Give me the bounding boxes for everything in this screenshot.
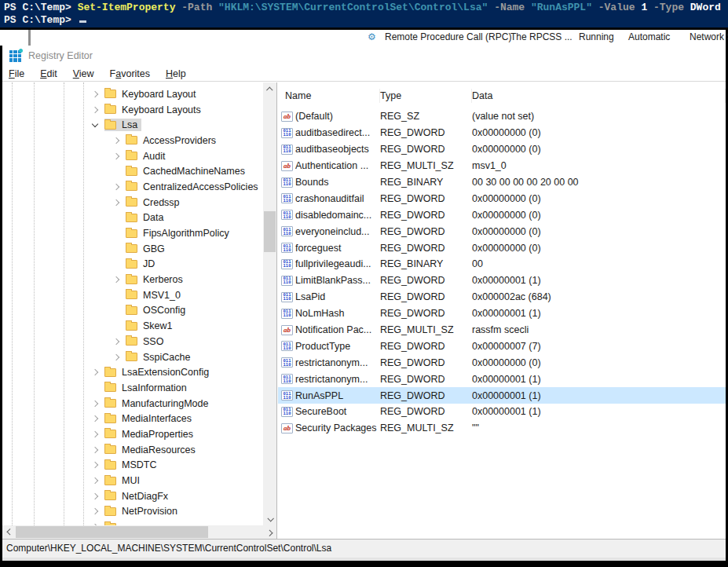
tree-horizontal-scrollbar[interactable] bbox=[2, 525, 276, 539]
tree-node[interactable]: Credssp bbox=[112, 195, 263, 210]
tree-node[interactable]: AccessProviders bbox=[112, 133, 263, 148]
tree-node[interactable]: Data bbox=[112, 210, 263, 226]
scroll-up-button[interactable] bbox=[263, 82, 276, 96]
registry-value-row[interactable]: 011110SecureBootREG_DWORD0x00000001 (1) bbox=[278, 404, 726, 420]
registry-value-row[interactable]: 011110crashonauditfailREG_DWORD0x0000000… bbox=[278, 190, 726, 207]
chevron-collapsed-icon[interactable] bbox=[90, 370, 100, 375]
registry-value-row[interactable]: 011110auditbaseobjectsREG_DWORD0x0000000… bbox=[278, 141, 726, 158]
terminal-text: DWord bbox=[690, 2, 721, 13]
registry-value-row[interactable]: 011110auditbasedirect...REG_DWORD0x00000… bbox=[278, 125, 726, 141]
chevron-collapsed-icon[interactable] bbox=[112, 185, 121, 189]
chevron-collapsed-icon[interactable] bbox=[90, 92, 100, 97]
value-data: 0x00000001 (1) bbox=[472, 275, 726, 286]
chevron-collapsed-icon[interactable] bbox=[90, 478, 100, 483]
menu-item-edit[interactable]: Edit bbox=[40, 68, 57, 79]
tree-node[interactable]: CentralizedAccessPolicies bbox=[112, 179, 263, 195]
tree-node[interactable]: SSO bbox=[112, 334, 263, 349]
tree-vertical-scrollbar[interactable] bbox=[263, 82, 276, 525]
registry-value-row[interactable]: 011110NoLmHashREG_DWORD0x00000001 (1) bbox=[278, 305, 726, 322]
menu-item-file[interactable]: File bbox=[9, 68, 24, 79]
chevron-collapsed-icon[interactable] bbox=[90, 509, 100, 514]
registry-value-row[interactable]: 011110LimitBlankPass...REG_DWORD0x000000… bbox=[278, 273, 726, 289]
menu-item-favorites[interactable]: Favorites bbox=[110, 68, 150, 79]
chevron-expanded-icon[interactable] bbox=[90, 124, 100, 126]
tree-node[interactable]: MediaInterfaces bbox=[90, 411, 263, 426]
vertical-scroll-thumb[interactable] bbox=[264, 211, 276, 252]
registry-value-row[interactable]: 011110restrictanonym...REG_DWORD0x000000… bbox=[278, 354, 726, 371]
tree-node[interactable]: Keyboard Layout bbox=[90, 86, 263, 102]
horizontal-scroll-thumb[interactable] bbox=[16, 526, 208, 538]
registry-value-row[interactable]: 011110forceguestREG_DWORD0x00000000 (0) bbox=[278, 240, 726, 256]
chevron-collapsed-icon[interactable] bbox=[112, 138, 121, 143]
powershell-terminal[interactable]: PS C:\Temp> Set-ItemProperty -Path "HKLM… bbox=[0, 0, 728, 30]
tree-node[interactable]: ManufacturingMode bbox=[90, 396, 263, 412]
tree-node[interactable]: MediaResources bbox=[90, 442, 263, 458]
chevron-collapsed-icon[interactable] bbox=[112, 355, 121, 360]
scroll-right-button[interactable] bbox=[263, 525, 276, 539]
registry-value-row[interactable]: ab(Default)REG_SZ(value not set) bbox=[278, 108, 726, 125]
tree-node[interactable]: LsaInformation bbox=[90, 380, 263, 396]
registry-values-pane: Name Type Data ab(Default)REG_SZ(value n… bbox=[278, 82, 726, 539]
tree-node[interactable]: LsaExtensionConfig bbox=[90, 364, 263, 380]
column-header-name[interactable]: Name bbox=[285, 89, 380, 103]
chevron-collapsed-icon[interactable] bbox=[112, 277, 121, 282]
tree-node[interactable]: GBG bbox=[112, 241, 263, 257]
tree-node[interactable]: Lsa bbox=[90, 117, 263, 133]
folder-icon bbox=[126, 136, 137, 144]
chevron-collapsed-icon[interactable] bbox=[90, 463, 100, 467]
tree-node[interactable]: MSV1_0 bbox=[112, 287, 263, 303]
tree-node-label: LsaInformation bbox=[120, 382, 188, 393]
registry-value-row[interactable]: 011110ProductTypeREG_DWORD0x00000007 (7) bbox=[278, 338, 726, 354]
chevron-collapsed-icon[interactable] bbox=[90, 416, 100, 421]
title-bar[interactable]: Registry Editor bbox=[2, 46, 726, 66]
scroll-left-button[interactable] bbox=[2, 525, 16, 539]
column-header-data[interactable]: Data bbox=[472, 89, 726, 103]
tree-node[interactable]: MUI bbox=[90, 473, 263, 488]
chevron-collapsed-icon[interactable] bbox=[112, 154, 121, 159]
tree-node[interactable]: Audit bbox=[112, 148, 263, 164]
tree-node[interactable]: OSConfig bbox=[112, 303, 263, 319]
registry-value-row[interactable]: 011110disabledomainc...REG_DWORD0x000000… bbox=[278, 207, 726, 223]
tree-node-box: Audit bbox=[126, 150, 170, 163]
tree-node-box: LsaExtensionConfig bbox=[104, 366, 213, 379]
tree-node[interactable]: FipsAlgorithmPolicy bbox=[112, 225, 263, 241]
tree-node[interactable]: Keyboard Layouts bbox=[90, 102, 263, 118]
tree-node[interactable]: CachedMachineNames bbox=[112, 163, 263, 179]
tree-node[interactable]: MediaProperties bbox=[90, 426, 263, 442]
registry-value-row[interactable]: abSecurity PackagesREG_MULTI_SZ"" bbox=[278, 420, 726, 437]
chevron-collapsed-icon[interactable] bbox=[90, 432, 100, 437]
menu-item-help[interactable]: Help bbox=[166, 68, 186, 79]
tree-node[interactable] bbox=[90, 519, 263, 525]
chevron-collapsed-icon[interactable] bbox=[112, 339, 121, 344]
registry-value-row[interactable]: abNotification Pac...REG_MULTI_SZrassfm … bbox=[278, 322, 726, 338]
tree-node[interactable]: NetProvision bbox=[90, 504, 263, 520]
registry-value-row[interactable]: 011110fullprivilegeaudi...REG_BINARY00 bbox=[278, 256, 726, 273]
folder-icon bbox=[104, 430, 116, 438]
registry-value-row[interactable]: 011110restrictanonym...REG_DWORD0x000000… bbox=[278, 371, 726, 387]
registry-value-row[interactable]: 011110BoundsREG_BINARY00 30 00 00 00 20 … bbox=[278, 174, 726, 191]
registry-value-row[interactable]: abAuthentication ...REG_MULTI_SZmsv1_0 bbox=[278, 158, 726, 174]
value-type: REG_DWORD bbox=[380, 291, 472, 302]
chevron-collapsed-icon[interactable] bbox=[90, 494, 100, 499]
registry-value-row[interactable]: 011110RunAsPPLREG_DWORD0x00000001 (1) bbox=[278, 387, 726, 404]
tree-node[interactable]: SspiCache bbox=[112, 349, 263, 365]
registry-value-row[interactable]: 011110LsaPidREG_DWORD0x000002ac (684) bbox=[278, 289, 726, 305]
tree-node[interactable]: JD bbox=[112, 257, 263, 273]
tree-guide-line bbox=[12, 82, 13, 525]
scroll-down-button[interactable] bbox=[263, 512, 276, 525]
string-value-icon: ab bbox=[281, 112, 293, 122]
tree-node[interactable]: Kerberos bbox=[112, 272, 263, 287]
tree-node[interactable]: NetDiagFx bbox=[90, 488, 263, 504]
column-header-type[interactable]: Type bbox=[380, 89, 472, 103]
services-window-row[interactable]: ⚙ Remote Procedure Call (RPC) The RPCSS … bbox=[0, 30, 726, 46]
tree-node-label: NetProvision bbox=[120, 506, 179, 517]
chevron-collapsed-icon[interactable] bbox=[90, 108, 100, 112]
chevron-collapsed-icon[interactable] bbox=[112, 200, 121, 205]
tree-node[interactable]: MSDTC bbox=[90, 458, 263, 474]
value-name: Bounds bbox=[295, 177, 380, 188]
registry-value-row[interactable]: 011110everyoneinclud...REG_DWORD0x000000… bbox=[278, 223, 726, 240]
menu-item-view[interactable]: View bbox=[73, 68, 94, 79]
chevron-collapsed-icon[interactable] bbox=[90, 448, 100, 452]
chevron-collapsed-icon[interactable] bbox=[90, 401, 100, 406]
tree-node[interactable]: Skew1 bbox=[112, 318, 263, 334]
